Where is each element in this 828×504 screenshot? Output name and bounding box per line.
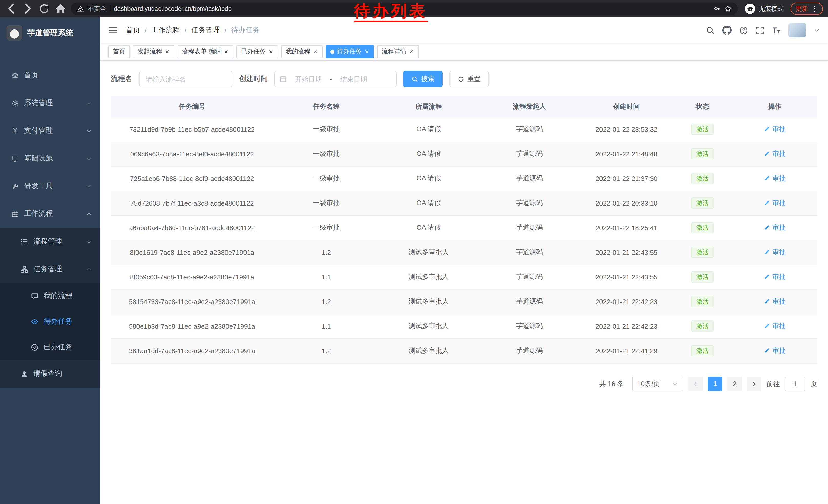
date-range-picker[interactable]: - [275,71,397,87]
github-icon[interactable] [722,26,732,35]
fullscreen-icon[interactable] [756,26,764,35]
gauge-icon [11,72,19,79]
page-size-select[interactable]: 10条/页 [632,377,683,391]
tab-label: 首页 [113,47,125,56]
sidebar-item-dev-tools[interactable]: 研发工具 [0,172,100,200]
goto-page-input[interactable] [785,377,805,391]
close-icon[interactable] [313,49,318,54]
approve-link[interactable]: 审批 [764,198,786,208]
sidebar-item-task-management[interactable]: 任务管理 [0,255,100,283]
cell-starter: 芋道源码 [478,117,580,141]
sidebar-item-system-management[interactable]: 系统管理 [0,89,100,117]
close-icon[interactable] [364,49,369,54]
approve-link[interactable]: 审批 [764,149,786,158]
chevron-down-icon [86,100,92,106]
cell-status: 激活 [672,240,732,265]
tab-start-process[interactable]: 发起流程 [133,45,174,58]
tab-form-edit[interactable]: 流程表单-编辑 [177,45,234,58]
table-row: 381aa1dd-7ac8-11ec-a9e2-a2380e71991a1.2测… [111,338,817,363]
sidebar-item-my-process[interactable]: 我的流程 [0,283,100,309]
cell-status: 激活 [672,265,732,289]
cell-create-time: 2022-01-21 22:43:55 [580,265,672,289]
breadcrumb-item[interactable]: 工作流程 [151,26,180,35]
browser-menu-icon[interactable] [811,5,818,12]
tab-home[interactable]: 首页 [108,45,130,58]
browser-home-icon[interactable] [54,3,67,15]
search-icon[interactable] [706,26,715,35]
close-icon[interactable] [224,49,229,54]
close-icon[interactable] [409,49,414,54]
sidebar-item-done-tasks[interactable]: 已办任务 [0,334,100,360]
tab-done-tasks[interactable]: 已办任务 [237,45,278,58]
tab-todo-tasks[interactable]: 待办任务 [326,45,374,58]
cell-action: 审批 [732,141,817,166]
sidebar-item-process-management[interactable]: 流程管理 [0,228,100,255]
cell-task-id: 8f059c03-7ac8-11ec-a9e2-a2380e71991a [111,265,273,289]
cell-status: 激活 [672,117,732,141]
cell-action: 审批 [732,191,817,215]
sidebar-item-label: 工作流程 [24,209,53,218]
sidebar-item-workflow[interactable]: 工作流程 [0,200,100,228]
breadcrumb-item[interactable]: 首页 [126,26,140,35]
url-divider [110,6,110,12]
page-button-2[interactable]: 2 [728,377,742,391]
hamburger-icon[interactable] [108,26,118,35]
date-range-separator: - [330,75,332,83]
url-text: dashboard.yudao.iocoder.cn/bpm/task/todo [114,5,232,12]
search-button-label: 搜索 [421,74,434,84]
approve-link[interactable]: 审批 [764,297,786,306]
status-badge: 激活 [691,271,714,282]
end-date-input[interactable] [334,75,373,83]
sidebar-item-home[interactable]: 首页 [0,61,100,89]
next-page-button[interactable] [747,377,761,391]
browser-forward-icon[interactable] [22,3,34,15]
table-row: 73211d9d-7b9b-11ec-b5b7-acde48001122一级审批… [111,117,817,141]
user-avatar[interactable] [788,23,806,37]
approve-link[interactable]: 审批 [764,223,786,232]
close-icon[interactable] [268,49,274,54]
breadcrumb: 首页/工作流程/任务管理/待办任务 [126,26,260,35]
browser-back-icon[interactable] [5,3,17,15]
app-logo[interactable]: 芋道管理系统 [0,17,100,48]
approve-link[interactable]: 审批 [764,321,786,331]
approve-link[interactable]: 审批 [764,174,786,183]
process-name-input[interactable] [139,71,233,87]
prev-page-button[interactable] [689,377,703,391]
pen-icon [764,151,770,157]
approve-link[interactable]: 审批 [764,346,786,355]
page-size-value: 10条/页 [637,379,660,388]
address-bar[interactable]: 不安全 dashboard.yudao.iocoder.cn/bpm/task/… [71,3,738,15]
tab-label: 发起流程 [137,47,162,56]
pen-icon [764,126,770,132]
bookmark-star-icon[interactable] [724,5,732,12]
sidebar-item-todo-tasks[interactable]: 待办任务 [0,309,100,334]
font-size-icon[interactable] [772,26,781,35]
reset-button[interactable]: 重置 [449,71,489,87]
cell-task-id: 069c6a63-7b8a-11ec-8ef0-acde48001122 [111,141,273,166]
not-secure-warning-icon[interactable] [77,5,84,12]
filter-bar: 流程名 创建时间 - 搜索 重置 [111,71,817,87]
cell-process: OA 请假 [379,141,479,166]
browser-update-button[interactable]: 更新 [791,3,823,15]
help-icon[interactable] [739,26,748,35]
key-icon[interactable] [714,5,721,12]
avatar-caret-icon[interactable] [814,27,820,33]
approve-link[interactable]: 审批 [764,248,786,257]
sidebar-item-leave-query[interactable]: 请假查询 [0,360,100,387]
approve-link[interactable]: 审批 [764,125,786,134]
chevron-down-icon [672,381,678,387]
browser-refresh-icon[interactable] [38,3,50,15]
cell-process: 测试多审批人 [379,265,479,289]
page-button-1[interactable]: 1 [708,377,722,391]
sidebar-item-infrastructure[interactable]: 基础设施 [0,145,100,172]
approve-link[interactable]: 审批 [764,272,786,281]
cell-task-id: 381aa1dd-7ac8-11ec-a9e2-a2380e71991a [111,338,273,363]
tab-my-process[interactable]: 我的流程 [281,45,323,58]
breadcrumb-item[interactable]: 任务管理 [191,26,220,35]
sidebar-item-payment-management[interactable]: 支付管理 [0,117,100,145]
close-icon[interactable] [165,49,170,54]
tab-process-detail[interactable]: 流程详情 [377,45,419,58]
start-date-input[interactable] [289,75,328,83]
incognito-badge: 无痕模式 [742,4,786,14]
search-button[interactable]: 搜索 [403,71,443,87]
